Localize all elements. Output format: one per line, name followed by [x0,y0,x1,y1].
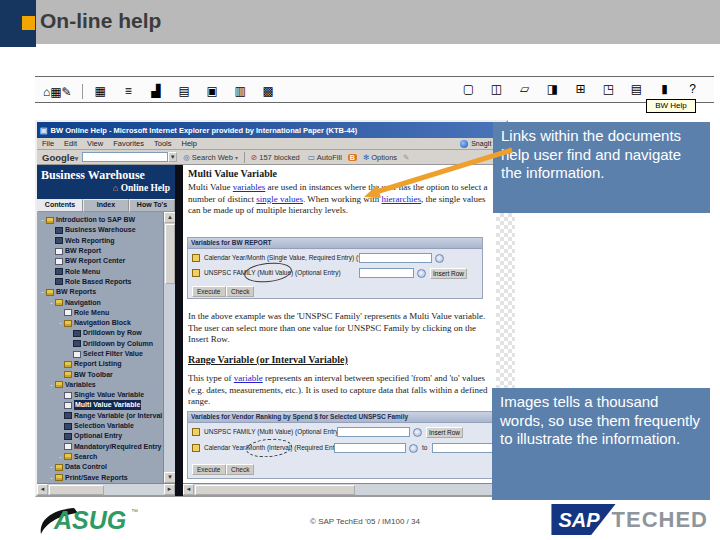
tree-item[interactable]: Print/Save Reports [37,472,163,482]
monitor-icon[interactable]: ▢ [461,82,476,96]
insert-row-button[interactable]: Insert Row [430,268,467,279]
report-icon[interactable]: ▤ [177,84,192,98]
options-button[interactable]: ✻ Options [361,153,399,162]
pencil-icon[interactable]: ✎ [62,85,72,99]
expander-icon[interactable] [48,380,55,390]
tree-item[interactable]: BW Report Center [37,256,163,266]
highlighter-icon[interactable]: ✎ [403,153,409,162]
expander-icon[interactable] [48,473,55,483]
content-horizontal-scrollbar[interactable]: ◄ ► [183,483,506,495]
link-variables[interactable]: variables [233,182,265,192]
tree-item[interactable]: Navigation Block [37,318,163,328]
chart-icon[interactable]: ▟ [149,84,164,98]
tree-item[interactable]: Drilldown by Column [37,339,163,349]
sidebar-horizontal-scrollbar[interactable]: ◄ ► [37,483,175,495]
excel-icon[interactable]: ⊞ [573,82,588,96]
tree-item[interactable]: Variables [37,380,163,390]
menu-item[interactable]: Edit [64,139,77,148]
tree-item[interactable]: Search [37,452,163,462]
tree-item[interactable]: Data Control [37,462,163,472]
snagit-icon[interactable] [460,140,468,148]
scroll-left-button[interactable]: ◄ [183,484,194,495]
tree-item[interactable]: Introduction to SAP BW [37,215,163,225]
tree-item[interactable]: Optional Entry [37,431,163,441]
menu-item[interactable]: Favorites [113,139,144,148]
tree-item[interactable]: Report Listing [37,359,163,369]
value-input[interactable] [359,253,432,263]
database-icon[interactable]: ▣ [205,84,220,98]
tree-vertical-scrollbar[interactable]: ▲ ▼ [163,212,175,483]
tree-item[interactable]: Role Menu [37,266,163,276]
expander-icon[interactable] [48,462,55,472]
list-icon[interactable]: ≡ [121,84,136,98]
help-icon[interactable]: ? [685,82,700,96]
expander-icon[interactable] [39,215,46,225]
tree-item[interactable]: Role Menu [37,308,163,318]
document-icon[interactable]: ▥ [233,84,248,98]
clipboard-icon[interactable]: ◫ [489,82,504,96]
expander-icon[interactable] [48,298,55,308]
google-search-input[interactable] [82,152,168,162]
tree-item[interactable]: Range Variable (or Interval [37,411,163,421]
value-help-icon[interactable] [409,444,418,453]
value-help-icon[interactable] [417,269,426,278]
tree-item[interactable]: BW Report [37,246,163,256]
picture-icon[interactable]: ▩ [261,84,276,98]
scrollbar-thumb[interactable] [165,224,175,284]
value-help-icon[interactable] [435,254,444,263]
menu-item[interactable]: File [42,139,54,148]
search-history-dropdown[interactable]: ▼ [168,152,177,162]
value-input[interactable] [359,268,414,278]
refresh-grid-icon[interactable]: ▦ [50,85,61,99]
tree-item[interactable]: Web Reporting [37,236,163,246]
menu-item[interactable]: View [87,139,103,148]
check-button[interactable]: Check [226,286,254,297]
scrollbar-thumb[interactable] [49,485,104,495]
window-titlebar[interactable]: ▣ BW Online Help - Microsoft Internet Ex… [37,122,506,138]
search-web-button[interactable]: ◎ Search Web ▾ [181,153,240,162]
autofill-button[interactable]: ▭ AutoFill [306,153,344,162]
google-logo[interactable]: Google▾ [42,152,78,163]
tree-item[interactable]: BW Toolbar [37,369,163,379]
tree-item[interactable]: Multi Value Variable [37,400,163,410]
scroll-right-button[interactable]: ► [164,484,175,495]
menu-item[interactable]: Help [182,139,197,148]
tree-item[interactable]: Navigation [37,297,163,307]
tree-item[interactable]: Drilldown by Row [37,328,163,338]
sidebar-tab[interactable]: Index [83,199,129,212]
scroll-left-button[interactable]: ◄ [37,484,48,495]
value-input[interactable] [334,443,406,453]
tree-item[interactable]: Single Value Variable [37,390,163,400]
execute-button[interactable]: Execute [192,464,226,475]
sidebar-tab[interactable]: How To's [129,199,175,212]
frame-divider[interactable] [175,165,183,496]
tree-item[interactable]: Business Warehouse [37,225,163,235]
exchange-icon[interactable]: ◨ [545,82,560,96]
expander-icon[interactable] [39,287,46,297]
save-view-icon[interactable]: ◳ [601,82,616,96]
printer-icon[interactable]: ▤ [629,82,644,96]
insert-row-button[interactable]: Insert Row [426,427,463,438]
link-variable[interactable]: variable [234,373,263,383]
open-folder-icon[interactable]: ▱ [517,82,532,96]
column-icon[interactable]: ▮ [657,82,672,96]
tree-item[interactable]: Role Based Reports [37,277,163,287]
scrollbar-thumb[interactable] [195,485,355,495]
tree-item[interactable]: Select Filter Value [37,349,163,359]
expander-icon[interactable] [57,318,64,328]
sidebar-tab[interactable]: Contents [37,199,83,212]
blogger-icon[interactable]: B [348,154,357,161]
link-hierarchies[interactable]: hierarchies [382,194,421,204]
link-single-values[interactable]: single values [256,194,303,204]
menu-item[interactable]: Tools [154,139,172,148]
value-help-icon[interactable] [413,428,422,437]
tree-item[interactable]: Selection Variable [37,421,163,431]
expander-icon[interactable] [57,452,64,462]
execute-button[interactable]: Execute [192,286,226,297]
value-input[interactable] [337,427,410,437]
tree-item[interactable]: Mandatory/Required Entry [37,442,163,452]
table-icon[interactable]: ▦ [93,84,108,98]
check-button[interactable]: Check [226,464,254,475]
popup-blocked-indicator[interactable]: ⊘ 157 blocked [249,153,302,162]
tree-item[interactable]: BW Reports [37,287,163,297]
